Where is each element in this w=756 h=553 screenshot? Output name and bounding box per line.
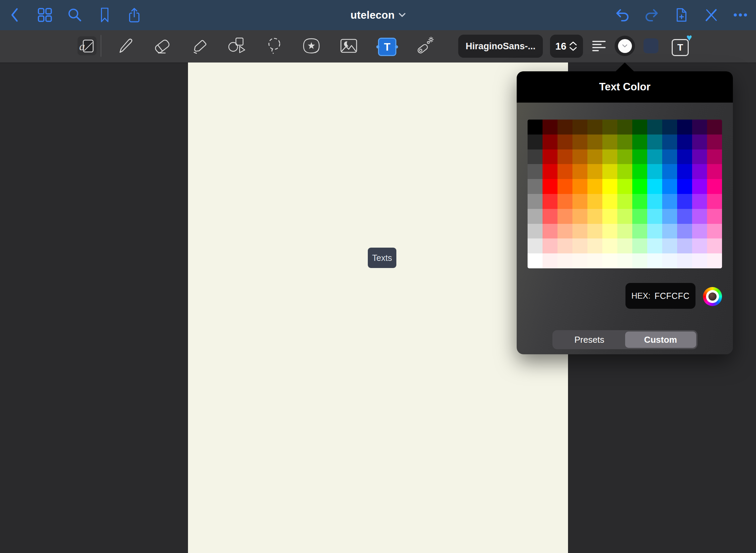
palette-color-cell[interactable] bbox=[557, 179, 572, 194]
palette-color-cell[interactable] bbox=[647, 194, 662, 209]
palette-color-cell[interactable] bbox=[662, 120, 677, 135]
palette-color-cell[interactable] bbox=[632, 179, 647, 194]
palette-color-cell[interactable] bbox=[677, 164, 692, 179]
palette-color-cell[interactable] bbox=[677, 253, 692, 268]
palette-color-cell[interactable] bbox=[617, 135, 632, 149]
palette-color-cell[interactable] bbox=[662, 253, 677, 268]
palette-color-cell[interactable] bbox=[602, 194, 617, 209]
palette-color-cell[interactable] bbox=[677, 179, 692, 194]
palette-color-cell[interactable] bbox=[707, 194, 722, 209]
palette-color-cell[interactable] bbox=[647, 224, 662, 239]
palette-color-cell[interactable] bbox=[707, 135, 722, 149]
palette-color-cell[interactable] bbox=[557, 224, 572, 239]
palette-color-cell[interactable] bbox=[543, 224, 557, 239]
palette-color-cell[interactable] bbox=[632, 224, 647, 239]
bookmark-button[interactable] bbox=[97, 7, 113, 23]
palette-color-cell[interactable] bbox=[677, 238, 692, 253]
palette-color-cell[interactable] bbox=[572, 209, 587, 224]
palette-color-cell[interactable] bbox=[647, 253, 662, 268]
palette-color-cell[interactable] bbox=[617, 253, 632, 268]
palette-color-cell[interactable] bbox=[572, 253, 587, 268]
palette-color-cell[interactable] bbox=[647, 120, 662, 135]
eraser-tool[interactable] bbox=[153, 36, 172, 55]
palette-color-cell[interactable] bbox=[617, 209, 632, 224]
palette-color-cell[interactable] bbox=[543, 135, 557, 149]
palette-color-cell[interactable] bbox=[587, 253, 602, 268]
palette-color-cell[interactable] bbox=[692, 238, 707, 253]
palette-color-cell[interactable] bbox=[557, 209, 572, 224]
palette-color-cell[interactable] bbox=[543, 120, 557, 135]
palette-color-cell[interactable] bbox=[662, 194, 677, 209]
palette-color-cell[interactable] bbox=[662, 135, 677, 149]
font-family-button[interactable]: HiraginoSans-... bbox=[458, 35, 543, 58]
palette-color-cell[interactable] bbox=[572, 120, 587, 135]
palette-color-cell[interactable] bbox=[587, 194, 602, 209]
palette-color-cell[interactable] bbox=[662, 224, 677, 239]
palette-color-cell[interactable] bbox=[587, 135, 602, 149]
text-align-button[interactable] bbox=[591, 38, 607, 55]
palette-color-cell[interactable] bbox=[602, 179, 617, 194]
palette-color-cell[interactable] bbox=[617, 238, 632, 253]
tab-presets[interactable]: Presets bbox=[554, 332, 625, 348]
palette-color-cell[interactable] bbox=[677, 209, 692, 224]
laser-pointer-tool[interactable] bbox=[415, 36, 434, 55]
palette-color-cell[interactable] bbox=[528, 164, 543, 179]
palette-color-cell[interactable] bbox=[632, 135, 647, 149]
palette-color-cell[interactable] bbox=[528, 209, 543, 224]
palette-color-cell[interactable] bbox=[692, 209, 707, 224]
palette-color-cell[interactable] bbox=[707, 149, 722, 164]
redo-button[interactable] bbox=[644, 7, 660, 23]
page-canvas[interactable] bbox=[188, 63, 568, 553]
palette-color-cell[interactable] bbox=[707, 164, 722, 179]
palette-color-cell[interactable] bbox=[677, 194, 692, 209]
pages-overview-button[interactable] bbox=[37, 7, 53, 23]
palette-color-cell[interactable] bbox=[543, 209, 557, 224]
palette-color-cell[interactable] bbox=[692, 135, 707, 149]
palette-color-cell[interactable] bbox=[662, 164, 677, 179]
palette-color-cell[interactable] bbox=[602, 164, 617, 179]
palette-color-cell[interactable] bbox=[647, 179, 662, 194]
palette-color-cell[interactable] bbox=[602, 135, 617, 149]
palette-color-cell[interactable] bbox=[528, 179, 543, 194]
palette-color-cell[interactable] bbox=[677, 224, 692, 239]
image-tool[interactable] bbox=[339, 36, 358, 55]
palette-color-cell[interactable] bbox=[557, 194, 572, 209]
palette-color-cell[interactable] bbox=[528, 194, 543, 209]
font-size-stepper[interactable]: 16 bbox=[550, 35, 583, 58]
palette-color-cell[interactable] bbox=[632, 238, 647, 253]
palette-color-cell[interactable] bbox=[662, 238, 677, 253]
palette-color-cell[interactable] bbox=[662, 179, 677, 194]
palette-color-cell[interactable] bbox=[692, 194, 707, 209]
palette-color-cell[interactable] bbox=[707, 238, 722, 253]
share-button[interactable] bbox=[126, 7, 142, 23]
palette-color-cell[interactable] bbox=[632, 149, 647, 164]
palette-color-cell[interactable] bbox=[692, 179, 707, 194]
palette-color-cell[interactable] bbox=[587, 149, 602, 164]
lasso-tool[interactable] bbox=[265, 36, 285, 55]
highlighter-tool[interactable] bbox=[190, 36, 209, 55]
elements-tool[interactable] bbox=[302, 36, 321, 55]
palette-color-cell[interactable] bbox=[602, 120, 617, 135]
palette-color-cell[interactable] bbox=[647, 209, 662, 224]
palette-color-cell[interactable] bbox=[602, 224, 617, 239]
canvas-text-object[interactable]: Texts bbox=[368, 248, 396, 268]
palette-color-cell[interactable] bbox=[528, 149, 543, 164]
palette-color-cell[interactable] bbox=[572, 194, 587, 209]
palette-color-cell[interactable] bbox=[528, 253, 543, 268]
palette-color-cell[interactable] bbox=[647, 238, 662, 253]
palette-color-cell[interactable] bbox=[587, 164, 602, 179]
palette-color-cell[interactable] bbox=[572, 149, 587, 164]
search-button[interactable] bbox=[67, 7, 83, 23]
palette-color-cell[interactable] bbox=[528, 120, 543, 135]
palette-color-cell[interactable] bbox=[557, 164, 572, 179]
palette-color-cell[interactable] bbox=[587, 224, 602, 239]
zoom-window-tool[interactable]: a bbox=[78, 36, 97, 55]
palette-color-cell[interactable] bbox=[632, 194, 647, 209]
palette-color-cell[interactable] bbox=[692, 224, 707, 239]
palette-color-cell[interactable] bbox=[557, 120, 572, 135]
palette-color-cell[interactable] bbox=[677, 120, 692, 135]
palette-color-cell[interactable] bbox=[572, 135, 587, 149]
palette-color-cell[interactable] bbox=[677, 135, 692, 149]
hex-input[interactable]: HEX: FCFCFC bbox=[625, 283, 695, 309]
palette-color-cell[interactable] bbox=[632, 164, 647, 179]
